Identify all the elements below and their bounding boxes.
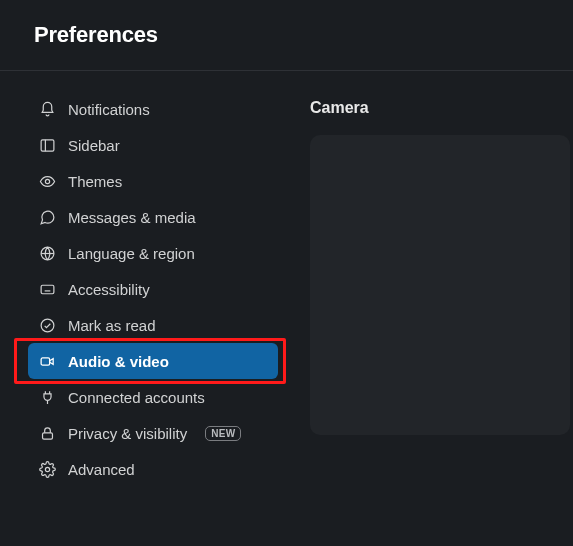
svg-point-2 <box>45 179 49 183</box>
sidebar-item-label: Sidebar <box>68 137 120 154</box>
camera-preview <box>310 135 570 435</box>
keyboard-icon <box>38 280 56 298</box>
sidebar-item-advanced[interactable]: Advanced <box>28 451 278 487</box>
sidebar-item-mark-as-read[interactable]: Mark as read <box>28 307 278 343</box>
sidebar-item-label: Advanced <box>68 461 135 478</box>
sidebar-item-connected-accounts[interactable]: Connected accounts <box>28 379 278 415</box>
sidebar-panel-icon <box>38 136 56 154</box>
svg-point-13 <box>45 467 49 471</box>
eye-icon <box>38 172 56 190</box>
sidebar-item-label: Themes <box>68 173 122 190</box>
sidebar-item-sidebar[interactable]: Sidebar <box>28 127 278 163</box>
sidebar-item-label: Accessibility <box>68 281 150 298</box>
sidebar-item-label: Notifications <box>68 101 150 118</box>
sidebar-item-label: Audio & video <box>68 353 169 370</box>
svg-rect-0 <box>41 139 54 150</box>
main-panel: Camera <box>290 71 573 545</box>
preferences-header: Preferences <box>0 0 573 70</box>
sidebar-item-accessibility[interactable]: Accessibility <box>28 271 278 307</box>
new-badge: NEW <box>205 426 241 441</box>
gear-icon <box>38 460 56 478</box>
sidebar-item-label: Privacy & visibility <box>68 425 187 442</box>
sidebar-item-audio-video[interactable]: Audio & video <box>28 343 278 379</box>
sidebar-item-label: Connected accounts <box>68 389 205 406</box>
sidebar-item-label: Language & region <box>68 245 195 262</box>
plug-icon <box>38 388 56 406</box>
svg-point-10 <box>41 319 54 332</box>
section-title-camera: Camera <box>310 99 573 117</box>
svg-rect-12 <box>42 432 52 438</box>
svg-rect-11 <box>41 357 50 364</box>
sidebar-item-label: Messages & media <box>68 209 196 226</box>
sidebar-item-label: Mark as read <box>68 317 156 334</box>
video-camera-icon <box>38 352 56 370</box>
sidebar-item-notifications[interactable]: Notifications <box>28 91 278 127</box>
speech-bubble-icon <box>38 208 56 226</box>
page-title: Preferences <box>34 22 539 48</box>
sidebar: Notifications Sidebar Themes Messages & … <box>0 71 290 545</box>
sidebar-item-language-region[interactable]: Language & region <box>28 235 278 271</box>
bell-icon <box>38 100 56 118</box>
globe-icon <box>38 244 56 262</box>
check-circle-icon <box>38 316 56 334</box>
body: Notifications Sidebar Themes Messages & … <box>0 71 573 545</box>
sidebar-item-themes[interactable]: Themes <box>28 163 278 199</box>
sidebar-item-messages-media[interactable]: Messages & media <box>28 199 278 235</box>
svg-rect-5 <box>41 285 54 294</box>
sidebar-item-privacy-visibility[interactable]: Privacy & visibility NEW <box>28 415 278 451</box>
lock-icon <box>38 424 56 442</box>
